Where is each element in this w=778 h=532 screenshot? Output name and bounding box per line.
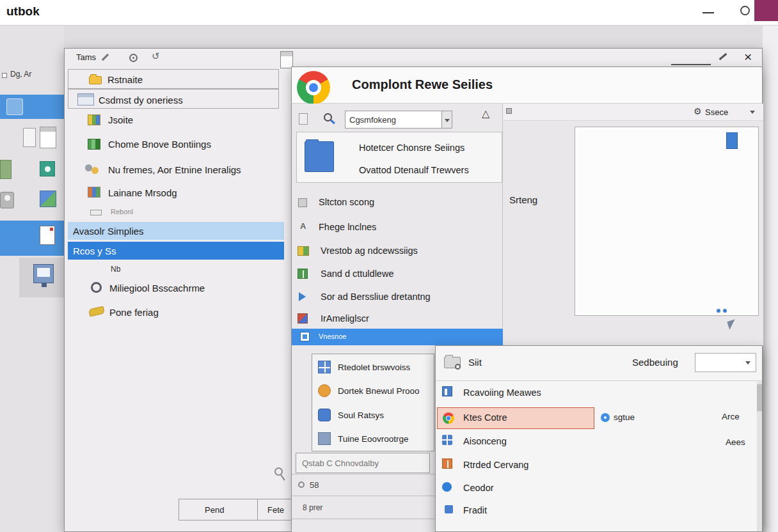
list-item[interactable]: Sand d cttuldlewe <box>292 266 502 283</box>
settings-item[interactable]: Ceodor <box>436 479 757 503</box>
pend-button[interactable]: Pend <box>205 505 224 515</box>
sublist-item[interactable]: Soul Ratsys <box>338 411 384 421</box>
list-item[interactable]: A Fhege lnclnes <box>292 219 502 236</box>
bars-icon <box>88 139 100 150</box>
pen-icon[interactable] <box>102 54 109 61</box>
chart-icon <box>88 114 100 125</box>
computer-stand <box>42 283 47 287</box>
sidebar-selected-item-2[interactable] <box>0 221 64 256</box>
ring-icon <box>91 282 102 293</box>
edit-icon[interactable] <box>719 53 727 60</box>
apps-icon[interactable] <box>40 191 56 207</box>
view-dropdown[interactable]: ⚙ Ssece <box>694 105 759 120</box>
sublist-item[interactable]: Rtedolet brswvoiss <box>338 363 410 373</box>
chrome-logo-icon <box>297 71 330 104</box>
person-yellow <box>91 167 99 174</box>
mail-icon <box>6 98 23 115</box>
settings-item-highlighted[interactable]: Ktes Cotre <box>437 407 594 429</box>
menu-item-label: Csdmst dy oneriess <box>99 95 183 106</box>
settings-item-label: Aisonceng <box>463 436 507 447</box>
menu-item-label: Rstnaite <box>107 74 143 86</box>
search-dropdown-button[interactable] <box>442 111 452 129</box>
gear-dot <box>455 364 461 370</box>
menu-item-jsoite[interactable]: Jsoite <box>68 111 279 130</box>
blue-grid-icon <box>318 361 331 373</box>
list-item[interactable]: IrAmeliglscr <box>292 311 502 327</box>
gray-blue-icon <box>318 432 331 445</box>
sublist-item[interactable]: Tuine Eoovrootrge <box>338 434 409 444</box>
list-item[interactable]: Sltcton scong <box>292 194 502 211</box>
sidebar-selected-item[interactable] <box>0 95 64 119</box>
menu-item-lainane[interactable]: Lainane Mrsodg <box>68 184 279 203</box>
settings-item-label: Rcavoiing Meawes <box>463 387 541 398</box>
field-input[interactable] <box>296 453 429 473</box>
list-item[interactable]: Vrestob ag ndcewssiigs <box>292 243 502 260</box>
menu-item-rebonl[interactable]: Rebonl <box>68 205 279 221</box>
bullet-icon <box>2 73 7 78</box>
featured-item[interactable]: Hotetcer Chonsre Seiings <box>359 143 464 153</box>
scrollbar-thumb[interactable] <box>757 384 762 411</box>
page-dot[interactable] <box>717 309 720 313</box>
teal-app-icon[interactable] <box>40 161 55 176</box>
settings-item[interactable]: Aisonceng Aees <box>436 432 757 455</box>
sublist-item[interactable]: Dortek Bnewul Prooo <box>338 386 420 396</box>
menu-item-rstnaite[interactable]: Rstnaite <box>68 69 279 89</box>
page-dot[interactable] <box>723 309 727 313</box>
document-icon[interactable] <box>23 128 36 147</box>
minimize-icon[interactable] <box>703 12 714 13</box>
close-icon[interactable]: × <box>744 49 752 65</box>
doc-small-icon <box>299 113 308 125</box>
search-input[interactable] <box>345 111 442 129</box>
pen-swoosh-icon <box>88 306 105 317</box>
status-circle-icon[interactable] <box>740 6 750 15</box>
page-icon-header <box>40 127 56 132</box>
list-item-selected[interactable]: Vnesnoe <box>292 329 503 345</box>
browser-list-box: Rtedolet brswvoiss Dortek Bnewul Prooo S… <box>312 354 434 451</box>
list-item[interactable]: Sor ad Berssliue dretantng <box>292 289 502 306</box>
menu-item-nb[interactable]: Nb <box>68 263 279 277</box>
menu-item-avasolr[interactable]: Avasolr Simplies <box>68 222 284 240</box>
underline-mark <box>671 64 711 65</box>
orange-swirl-icon <box>318 384 331 397</box>
undo-icon[interactable]: ↺ <box>152 51 160 62</box>
menu-item-chome[interactable]: Chome Bnove Bontiings <box>68 135 279 154</box>
dash-box-icon <box>90 210 102 215</box>
sidebar-top-label: Dg, Ar <box>10 70 31 79</box>
settings-header: Siit Sedbeuing <box>436 346 762 381</box>
menu-item-pone[interactable]: Pone feriag <box>68 302 279 323</box>
menu-item-label: Chome Bnove Bontiings <box>108 139 211 150</box>
contacts-head <box>4 195 10 201</box>
menu-item-label: Nb <box>111 265 120 274</box>
settings-item[interactable]: Fradit <box>436 502 757 526</box>
blue-doc-icon[interactable] <box>726 132 738 149</box>
right-gutter <box>763 26 778 532</box>
notes-icon[interactable] <box>0 160 12 179</box>
settings-item-label: Ktes Cotre <box>463 412 507 423</box>
record-icon[interactable] <box>129 54 138 62</box>
list-item-label: Sltcton scong <box>319 197 374 208</box>
stat-value: 58 <box>310 480 319 490</box>
settings-item[interactable]: Rcavoiing Meawes <box>436 382 757 406</box>
fete-button[interactable]: Fete <box>267 505 284 515</box>
settings-item[interactable]: Rtrded Cervang <box>436 455 757 479</box>
window-icon-bar <box>78 94 93 97</box>
page-icon[interactable] <box>40 127 56 148</box>
menu-item-label: Nu fremes, Aor Etnine Ineraligs <box>108 164 241 176</box>
contacts-icon[interactable] <box>0 192 14 208</box>
chrome-mini-icon <box>443 412 454 424</box>
settings-scrollbar[interactable] <box>757 382 762 532</box>
featured-item[interactable]: Ovattod Dtenaulf Trewvers <box>359 165 469 176</box>
settings-menu: Siit Sedbeuing Rcavoiing Meawes Ktes Cot… <box>435 345 763 532</box>
menu-item-miliegiool[interactable]: Miliegiool Bsscachrme <box>68 279 279 298</box>
small-circle-icon <box>298 481 305 488</box>
grid-line-h <box>319 367 330 368</box>
book-spine <box>447 460 449 468</box>
list-item-label: Vnesnoe <box>319 332 346 341</box>
menu-item-rcosyss[interactable]: Rcos y Ss <box>68 242 284 260</box>
save-icon[interactable] <box>280 51 293 68</box>
menu-item-nufremes[interactable]: Nu fremes, Aor Etnine Ineraligs <box>68 160 279 180</box>
menu-item-csdmst[interactable]: Csdmst dy oneriess <box>68 89 279 109</box>
settings-item-right-label: Arce <box>722 412 740 422</box>
record-dot <box>132 57 134 59</box>
computer-icon[interactable] <box>33 264 54 283</box>
